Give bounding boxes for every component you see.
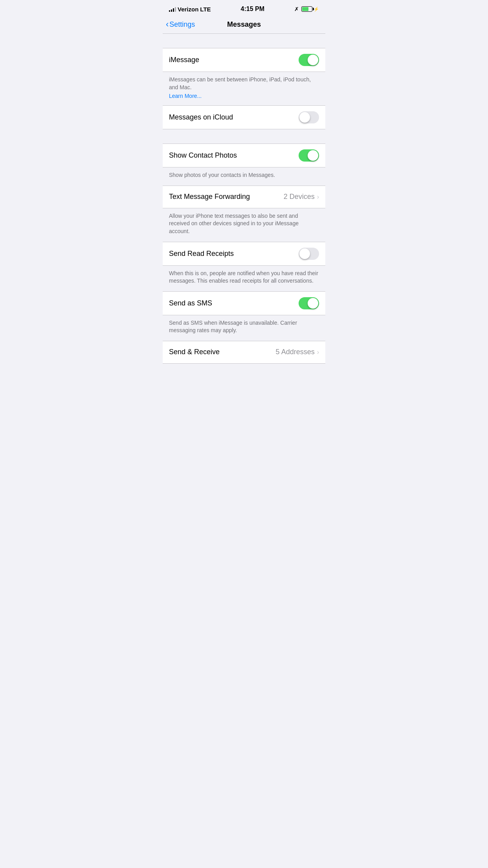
imessage-description-block: iMessages can be sent between iPhone, iP… — [163, 72, 325, 105]
network-type: LTE — [200, 6, 211, 13]
forwarding-label: Text Message Forwarding — [169, 193, 250, 201]
contact-photos-toggle-knob — [308, 150, 318, 161]
send-receive-row[interactable]: Send & Receive 5 Addresses › — [163, 341, 325, 363]
send-sms-description-block: Send as SMS when iMessage is unavailable… — [163, 315, 325, 341]
section-gap-2 — [163, 129, 325, 143]
signal-bar-3 — [173, 8, 174, 12]
imessage-section: iMessage — [163, 48, 325, 72]
contact-photos-description: Show photos of your contacts in Messages… — [169, 172, 275, 178]
back-chevron-icon: ‹ — [166, 20, 169, 29]
imessage-description: iMessages can be sent between iPhone, iP… — [169, 76, 311, 90]
send-receive-chevron-icon: › — [317, 349, 319, 356]
forwarding-section: Text Message Forwarding 2 Devices › — [163, 186, 325, 208]
signal-bar-2 — [171, 9, 172, 12]
icloud-row[interactable]: Messages on iCloud — [163, 106, 325, 129]
lightning-icon: ⚡ — [314, 7, 319, 12]
forwarding-value: 2 Devices — [284, 193, 315, 201]
imessage-label: iMessage — [169, 56, 199, 64]
status-time: 4:15 PM — [241, 6, 264, 13]
forwarding-value-container: 2 Devices › — [284, 193, 319, 201]
learn-more-link[interactable]: Learn More... — [169, 93, 319, 99]
imessage-row[interactable]: iMessage — [163, 48, 325, 72]
contact-photos-section: Show Contact Photos — [163, 143, 325, 167]
status-right: ✗ ⚡ — [294, 6, 319, 12]
send-sms-description: Send as SMS when iMessage is unavailable… — [169, 320, 297, 334]
icloud-toggle[interactable] — [299, 111, 319, 123]
back-label: Settings — [169, 20, 195, 29]
imessage-toggle[interactable] — [299, 54, 319, 66]
bluetooth-icon: ✗ — [294, 6, 299, 12]
read-receipts-description-block: When this is on, people are notified whe… — [163, 266, 325, 291]
section-gap-top — [163, 34, 325, 48]
read-receipts-toggle-knob — [299, 248, 310, 259]
send-receive-value-container: 5 Addresses › — [276, 348, 319, 356]
icloud-section: Messages on iCloud — [163, 105, 325, 129]
read-receipts-description: When this is on, people are notified whe… — [169, 270, 318, 284]
settings-content: iMessage iMessages can be sent between i… — [163, 34, 325, 364]
signal-bar-4 — [175, 7, 176, 12]
signal-bar-1 — [169, 10, 170, 12]
read-receipts-label: Send Read Receipts — [169, 250, 234, 258]
back-button[interactable]: ‹ Settings — [166, 20, 195, 29]
contact-photos-toggle[interactable] — [299, 149, 319, 162]
icloud-label: Messages on iCloud — [169, 113, 233, 121]
send-sms-section: Send as SMS — [163, 291, 325, 315]
imessage-toggle-knob — [308, 55, 318, 65]
send-sms-toggle[interactable] — [299, 297, 319, 309]
send-sms-row[interactable]: Send as SMS — [163, 292, 325, 315]
read-receipts-toggle[interactable] — [299, 248, 319, 260]
contact-photos-label: Show Contact Photos — [169, 151, 237, 160]
battery-container: ⚡ — [301, 6, 319, 12]
forwarding-description-block: Allow your iPhone text messages to also … — [163, 208, 325, 242]
nav-bar: ‹ Settings Messages — [163, 17, 325, 34]
read-receipts-section: Send Read Receipts — [163, 242, 325, 266]
status-bar: Verizon LTE 4:15 PM ✗ ⚡ — [163, 0, 325, 17]
send-sms-toggle-knob — [308, 298, 318, 309]
send-receive-value: 5 Addresses — [276, 348, 315, 356]
forwarding-row[interactable]: Text Message Forwarding 2 Devices › — [163, 186, 325, 208]
forwarding-description: Allow your iPhone text messages to also … — [169, 213, 299, 234]
contact-photos-row[interactable]: Show Contact Photos — [163, 144, 325, 167]
carrier-name: Verizon — [178, 6, 198, 13]
forwarding-chevron-icon: › — [317, 193, 319, 200]
icloud-toggle-knob — [299, 112, 310, 123]
battery-fill — [302, 7, 308, 11]
send-receive-section: Send & Receive 5 Addresses › — [163, 341, 325, 364]
status-carrier: Verizon LTE — [169, 6, 211, 13]
nav-title: Messages — [227, 20, 261, 29]
send-sms-label: Send as SMS — [169, 299, 212, 307]
read-receipts-row[interactable]: Send Read Receipts — [163, 242, 325, 265]
signal-bars — [169, 6, 176, 12]
contact-photos-description-block: Show photos of your contacts in Messages… — [163, 167, 325, 186]
send-receive-label: Send & Receive — [169, 348, 220, 356]
battery-icon — [301, 6, 312, 12]
